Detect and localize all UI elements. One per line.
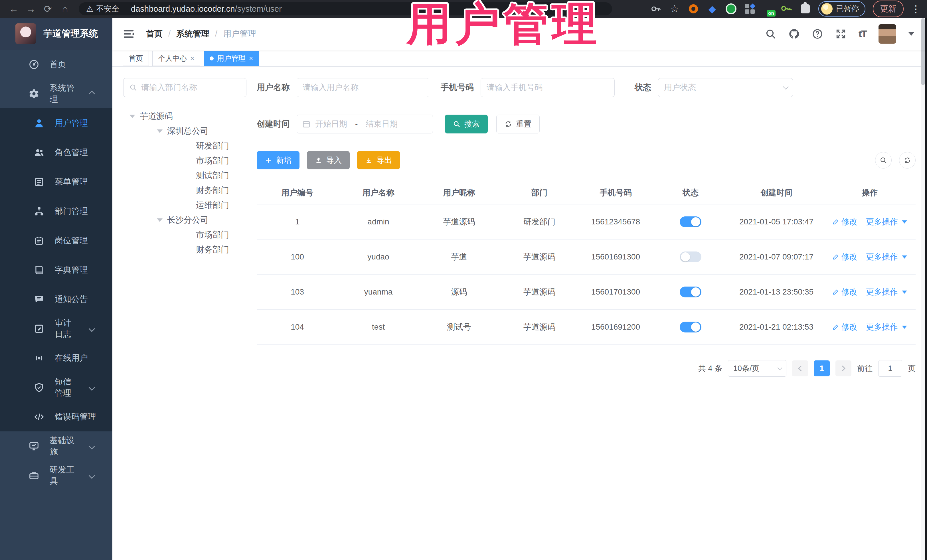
tree-node[interactable]: 芋道源码 <box>123 109 246 124</box>
tree-node[interactable]: 深圳总公司 <box>123 124 246 138</box>
page-scrollbar[interactable] <box>921 18 925 560</box>
app-title: 芋道管理系统 <box>43 27 98 40</box>
chevron-down-icon[interactable] <box>902 326 907 329</box>
tree-node[interactable]: 研发部门 <box>123 138 246 153</box>
sidebar-item-audit-log[interactable]: 审计日志 <box>0 314 112 343</box>
tab-user-management[interactable]: 用户管理 <box>204 51 259 66</box>
next-page-button[interactable] <box>836 360 851 376</box>
tree-node[interactable]: 财务部门 <box>123 242 246 257</box>
status-toggle[interactable] <box>680 287 701 297</box>
browser-back-button[interactable]: ← <box>6 2 21 16</box>
sidebar-item-posts[interactable]: 岗位管理 <box>0 226 112 255</box>
github-icon[interactable] <box>789 28 800 39</box>
sidebar-item-error-codes[interactable]: 错误码管理 <box>0 402 112 431</box>
sidebar-item-online-users[interactable]: 在线用户 <box>0 343 112 373</box>
goto-page-input[interactable] <box>878 360 902 377</box>
extension-puzzle-icon[interactable] <box>799 3 811 15</box>
extension-squares-icon[interactable] <box>744 3 755 15</box>
font-size-icon[interactable] <box>859 28 866 39</box>
app-logo-row[interactable]: 芋道管理系统 <box>0 18 112 50</box>
sidebar-item-users[interactable]: 用户管理 <box>0 108 112 138</box>
edit-link[interactable]: 修改 <box>842 287 857 297</box>
export-button[interactable]: 导出 <box>357 151 400 169</box>
sidebar-item-devtools[interactable]: 研发工具 <box>0 461 112 490</box>
browser-home-button[interactable]: ⌂ <box>58 2 73 16</box>
app-logo-avatar <box>15 23 36 44</box>
status-toggle[interactable] <box>680 322 701 332</box>
more-actions-link[interactable]: 更多操作 <box>866 287 898 297</box>
status-select[interactable]: 用户状态 <box>658 78 793 97</box>
browser-reload-button[interactable]: ⟳ <box>41 2 55 16</box>
chevron-down-icon[interactable] <box>902 255 907 259</box>
sidebar-item-system[interactable]: 系统管理 <box>0 79 112 108</box>
tree-expand-icon[interactable] <box>129 115 135 118</box>
avatar-caret-down-icon[interactable] <box>908 32 915 36</box>
status-toggle[interactable] <box>680 216 701 227</box>
close-icon[interactable] <box>190 55 194 62</box>
tree-node[interactable]: 市场部门 <box>123 228 246 242</box>
refresh-table-icon[interactable] <box>899 152 916 168</box>
status-toggle[interactable] <box>680 252 701 262</box>
tree-expand-icon[interactable] <box>157 129 163 133</box>
sidebar-item-menus[interactable]: 菜单管理 <box>0 167 112 196</box>
tree-node[interactable]: 长沙分公司 <box>123 213 246 228</box>
dict-icon <box>33 265 44 275</box>
edit-link[interactable]: 修改 <box>842 252 857 262</box>
chevron-down-icon[interactable] <box>902 291 907 294</box>
extension-green-key-icon[interactable] <box>778 1 794 17</box>
sidebar-item-dictionary[interactable]: 字典管理 <box>0 255 112 285</box>
bookmark-star-icon[interactable] <box>669 3 680 15</box>
extension-blue-gem-icon[interactable] <box>707 3 718 15</box>
extension-orange-icon[interactable] <box>688 3 699 15</box>
browser-update-button[interactable]: 更新 <box>873 1 904 17</box>
search-button[interactable]: 搜索 <box>445 115 488 134</box>
address-bar[interactable]: 不安全 dashboard.yudao.iocoder.cn /system/u… <box>79 2 612 15</box>
chevron-down-icon[interactable] <box>902 220 907 223</box>
browser-forward-button[interactable]: → <box>23 2 38 16</box>
mobile-input[interactable] <box>480 78 615 97</box>
sidebar-item-infrastructure[interactable]: 基础设施 <box>0 431 112 461</box>
sidebar-item-announcements[interactable]: 通知公告 <box>0 285 112 314</box>
prev-page-button[interactable] <box>792 360 808 376</box>
extension-tabs-on-icon[interactable]: on <box>763 4 773 14</box>
reset-button[interactable]: 重置 <box>496 115 539 134</box>
tab-home[interactable]: 首页 <box>123 51 149 66</box>
browser-menu-kebab-icon[interactable] <box>911 3 921 15</box>
page-number-1[interactable]: 1 <box>814 360 830 376</box>
sidebar-item-home[interactable]: 首页 <box>0 50 112 79</box>
username-input[interactable] <box>296 78 429 97</box>
tree-node[interactable]: 市场部门 <box>123 153 246 168</box>
password-key-icon[interactable] <box>650 3 661 15</box>
breadcrumb: 首页 / 系统管理 / 用户管理 <box>146 28 256 39</box>
more-actions-link[interactable]: 更多操作 <box>866 252 898 262</box>
close-icon[interactable] <box>249 55 253 62</box>
department-search-input[interactable] <box>141 83 240 92</box>
not-secure-warning[interactable]: 不安全 <box>86 4 119 14</box>
fullscreen-icon[interactable] <box>835 28 846 39</box>
help-icon[interactable] <box>812 28 823 39</box>
more-actions-link[interactable]: 更多操作 <box>866 216 898 227</box>
tree-node[interactable]: 财务部门 <box>123 183 246 198</box>
import-button[interactable]: 导入 <box>307 151 350 169</box>
tree-node[interactable]: 测试部门 <box>123 168 246 183</box>
breadcrumb-home[interactable]: 首页 <box>146 28 163 39</box>
edit-link[interactable]: 修改 <box>842 216 857 227</box>
sidebar-item-departments[interactable]: 部门管理 <box>0 196 112 226</box>
date-range-picker[interactable]: 开始日期 - 结束日期 <box>296 115 433 134</box>
search-icon[interactable] <box>765 28 777 39</box>
tree-expand-icon[interactable] <box>157 219 163 222</box>
extension-green-circle-icon[interactable] <box>725 3 737 15</box>
more-actions-link[interactable]: 更多操作 <box>866 322 898 332</box>
browser-profile-chip[interactable]: 已暂停 <box>818 1 865 17</box>
toggle-search-icon[interactable] <box>875 152 892 168</box>
edit-link[interactable]: 修改 <box>842 322 857 332</box>
page-size-select[interactable]: 10条/页 <box>728 360 786 377</box>
user-avatar[interactable] <box>878 24 896 44</box>
tab-profile[interactable]: 个人中心 <box>152 51 200 66</box>
add-user-button[interactable]: 新增 <box>257 151 299 169</box>
sidebar-item-sms[interactable]: 短信管理 <box>0 373 112 402</box>
sidebar-collapse-icon[interactable] <box>122 27 135 41</box>
breadcrumb-system[interactable]: 系统管理 <box>176 28 209 39</box>
tree-node[interactable]: 运维部门 <box>123 198 246 213</box>
sidebar-item-roles[interactable]: 角色管理 <box>0 138 112 167</box>
